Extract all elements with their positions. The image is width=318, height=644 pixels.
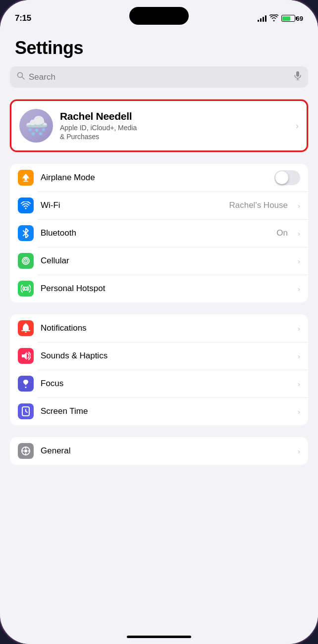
notifications-icon bbox=[18, 320, 34, 336]
screen-time-icon bbox=[18, 403, 34, 419]
page-title: Settings bbox=[10, 28, 308, 66]
notifications-row[interactable]: Notifications › bbox=[10, 314, 308, 342]
airplane-mode-toggle-knob bbox=[275, 171, 288, 184]
focus-icon bbox=[18, 376, 34, 392]
wifi-row[interactable]: Wi-Fi Rachel's House › bbox=[10, 192, 308, 219]
airplane-mode-icon bbox=[18, 170, 34, 186]
personal-hotspot-row[interactable]: Personal Hotspot › bbox=[10, 275, 308, 302]
airplane-mode-label: Airplane Mode bbox=[41, 173, 267, 183]
cellular-icon bbox=[18, 253, 34, 269]
airplane-mode-row[interactable]: Airplane Mode bbox=[10, 164, 308, 192]
bluetooth-label: Bluetooth bbox=[41, 228, 269, 238]
focus-chevron: › bbox=[298, 380, 300, 388]
sounds-haptics-label: Sounds & Haptics bbox=[41, 351, 291, 361]
bluetooth-value: On bbox=[276, 228, 288, 238]
cellular-row[interactable]: Cellular › bbox=[10, 247, 308, 275]
status-time: 7:15 bbox=[15, 13, 31, 23]
general-chevron: › bbox=[298, 447, 300, 455]
wifi-icon bbox=[18, 198, 34, 213]
wifi-label: Wi-Fi bbox=[41, 200, 222, 210]
search-bar[interactable] bbox=[10, 66, 308, 88]
sounds-haptics-row[interactable]: Sounds & Haptics › bbox=[10, 342, 308, 370]
screen: 7:15 bbox=[0, 0, 318, 644]
notifications-label: Notifications bbox=[41, 323, 291, 333]
battery-percent: 69 bbox=[296, 15, 303, 22]
wifi-value: Rachel's House bbox=[229, 200, 288, 210]
personal-hotspot-chevron: › bbox=[298, 285, 300, 293]
cellular-label: Cellular bbox=[41, 256, 291, 266]
status-icons: 69 bbox=[258, 14, 303, 23]
status-bar: 7:15 bbox=[0, 0, 318, 28]
home-indicator bbox=[127, 636, 191, 638]
connectivity-group: Airplane Mode Wi-Fi bbox=[10, 164, 308, 302]
wifi-status-icon bbox=[269, 14, 278, 23]
svg-line-1 bbox=[22, 77, 25, 80]
notifications-chevron: › bbox=[298, 324, 300, 333]
svg-point-10 bbox=[24, 287, 27, 290]
svg-point-15 bbox=[24, 449, 27, 452]
system-group: Notifications › Sounds & Haptics › bbox=[10, 314, 308, 425]
apple-id-card[interactable]: 🌨️ Rachel Needell Apple ID, iCloud+, Med… bbox=[10, 99, 308, 152]
svg-point-6 bbox=[25, 208, 27, 209]
bluetooth-row[interactable]: Bluetooth On › bbox=[10, 219, 308, 247]
phone-frame: 7:15 bbox=[0, 0, 318, 644]
general-icon bbox=[18, 443, 34, 459]
focus-label: Focus bbox=[41, 379, 291, 389]
battery-fill bbox=[282, 16, 290, 21]
search-icon bbox=[17, 72, 25, 82]
apple-id-info: Rachel Needell Apple ID, iCloud+, Media&… bbox=[60, 110, 289, 141]
apple-id-name: Rachel Needell bbox=[60, 110, 289, 122]
signal-bars-icon bbox=[258, 15, 266, 22]
sounds-haptics-chevron: › bbox=[298, 352, 300, 360]
cellular-chevron: › bbox=[298, 257, 300, 265]
battery-container: 69 bbox=[281, 15, 303, 22]
svg-rect-11 bbox=[21, 330, 30, 331]
general-label: General bbox=[41, 446, 291, 456]
focus-row[interactable]: Focus › bbox=[10, 370, 308, 397]
svg-point-12 bbox=[25, 387, 27, 388]
apple-id-subtitle: Apple ID, iCloud+, Media& Purchases bbox=[60, 123, 289, 141]
mic-icon[interactable] bbox=[294, 71, 301, 83]
wifi-chevron: › bbox=[298, 201, 300, 210]
general-row[interactable]: General › bbox=[10, 437, 308, 465]
screen-time-row[interactable]: Screen Time › bbox=[10, 397, 308, 425]
svg-point-9 bbox=[25, 260, 27, 262]
screen-time-chevron: › bbox=[298, 407, 300, 416]
personal-hotspot-icon bbox=[18, 281, 34, 297]
screen-time-label: Screen Time bbox=[41, 406, 291, 416]
bluetooth-icon bbox=[18, 225, 34, 241]
bluetooth-chevron: › bbox=[298, 229, 300, 238]
general-group: General › bbox=[10, 437, 308, 465]
sounds-haptics-icon bbox=[18, 348, 34, 364]
search-input[interactable] bbox=[29, 72, 290, 82]
svg-rect-2 bbox=[296, 71, 299, 77]
svg-rect-5 bbox=[23, 181, 28, 182]
personal-hotspot-label: Personal Hotspot bbox=[41, 284, 291, 294]
apple-id-chevron: › bbox=[296, 121, 299, 131]
avatar: 🌨️ bbox=[19, 109, 53, 143]
dynamic-island bbox=[129, 7, 189, 25]
airplane-mode-toggle[interactable] bbox=[274, 170, 300, 185]
main-content: Settings bbox=[0, 28, 318, 644]
battery-icon bbox=[281, 15, 295, 22]
